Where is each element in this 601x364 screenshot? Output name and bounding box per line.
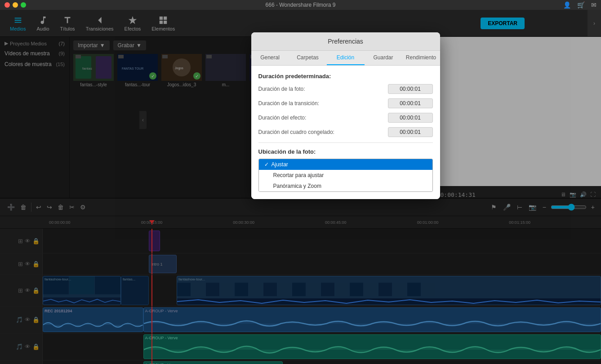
duracion-section-title: Duración predeterminada:: [258, 73, 433, 80]
duracion-efecto-label: Duración del efecto:: [258, 115, 307, 121]
modal-overlay: Preferencias General Carpetas Edición Gu…: [0, 10, 601, 364]
duracion-efecto-row: Duración del efecto: 00:00:01: [258, 113, 433, 123]
foto-option-panoramica[interactable]: Panóramica y Zoom: [259, 181, 432, 191]
foto-option-recortar[interactable]: Recortar para ajustar: [259, 170, 432, 181]
duracion-transicion-input[interactable]: 00:00:01: [388, 98, 433, 108]
duracion-foto-input[interactable]: 00:00:01: [388, 84, 433, 94]
duracion-foto-label: Duración de la foto:: [258, 86, 305, 92]
mail-icon: ✉: [591, 1, 597, 9]
modal-body: Duración predeterminada: Duración de la …: [251, 66, 440, 199]
close-btn[interactable]: [4, 2, 10, 8]
titlebar-icons: 👤 🛒 ✉: [563, 1, 597, 9]
modal-tab-guardar[interactable]: Guardar: [365, 51, 402, 65]
preferences-modal: Preferencias General Carpetas Edición Gu…: [251, 32, 440, 199]
duracion-cuadro-input[interactable]: 00:00:01: [388, 127, 433, 137]
modal-tab-edicion[interactable]: Edición: [327, 51, 365, 65]
ubicacion-section-title: Ubicación de la foto:: [258, 148, 433, 155]
titlebar: 666 - Wondershare Filmora 9 👤 🛒 ✉: [0, 0, 601, 10]
user-icon: 👤: [563, 1, 571, 9]
modal-title: Preferencias: [251, 32, 440, 51]
minimize-btn[interactable]: [13, 2, 18, 8]
foto-option-ajustar[interactable]: ✓ Ajustar: [259, 159, 432, 170]
window-controls: [4, 2, 26, 8]
modal-tabs: General Carpetas Edición Guardar Rendimi…: [251, 51, 440, 66]
check-icon: ✓: [264, 161, 269, 168]
duracion-transicion-label: Duración de la transición:: [258, 100, 319, 107]
modal-divider: [258, 142, 433, 143]
modal-tab-general[interactable]: General: [251, 51, 289, 65]
foto-options-list: ✓ Ajustar Recortar para ajustar Panórami…: [258, 159, 433, 192]
duracion-foto-row: Duración de la foto: 00:00:01: [258, 84, 433, 94]
duracion-cuadro-row: Duración del cuadro congelado: 00:00:01: [258, 127, 433, 137]
duracion-transicion-row: Duración de la transición: 00:00:01: [258, 98, 433, 108]
modal-tab-rendimiento[interactable]: Rendimiento: [402, 51, 440, 65]
duracion-efecto-input[interactable]: 00:00:01: [388, 113, 433, 123]
maximize-btn[interactable]: [21, 2, 26, 8]
cart-icon: 🛒: [577, 1, 585, 9]
duracion-cuadro-label: Duración del cuadro congelado:: [258, 129, 334, 135]
app-title: 666 - Wondershare Filmora 9: [266, 2, 336, 8]
modal-tab-carpetas[interactable]: Carpetas: [289, 51, 327, 65]
